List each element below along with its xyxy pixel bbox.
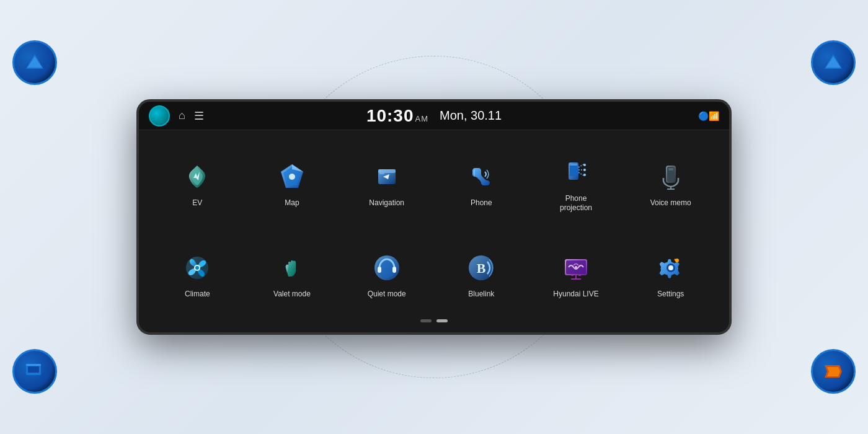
svg-rect-4 (28, 366, 39, 373)
svg-point-20 (583, 169, 586, 171)
map-icon-wrap (274, 160, 310, 193)
voice-memo-label: Voice memo (650, 198, 691, 208)
home-icon[interactable]: ⌂ (179, 109, 185, 122)
climate-icon-wrap (179, 251, 215, 285)
map-icon (276, 161, 308, 193)
svg-point-42 (668, 265, 673, 270)
svg-point-12 (289, 174, 295, 180)
navigation-icon-wrap (369, 160, 405, 193)
svg-point-40 (575, 266, 577, 268)
voice-memo-icon (655, 161, 687, 193)
app-item-valet-mode[interactable]: Valet mode (246, 234, 339, 316)
quiet-mode-icon-wrap (369, 251, 405, 285)
svg-rect-3 (26, 364, 41, 366)
navigation-label: Navigation (369, 198, 404, 208)
page-dot-1[interactable] (420, 319, 432, 322)
quiet-mode-icon (371, 252, 403, 284)
bluelink-icon: B (465, 252, 497, 284)
app-item-phone-projection[interactable]: Phoneprojection (530, 139, 622, 229)
svg-marker-6 (826, 56, 841, 68)
map-label: Map (285, 198, 299, 208)
app-item-bluelink[interactable]: B Bluelink (435, 234, 528, 316)
app-item-climate[interactable]: Climate (151, 234, 244, 316)
quiet-mode-label: Quiet mode (368, 290, 406, 299)
bluetooth-icon: 🔵📶 (698, 111, 719, 121)
time-value: 10:30 (366, 106, 414, 125)
valet-mode-label: Valet mode (273, 290, 311, 299)
svg-rect-33 (392, 267, 396, 273)
climate-icon (181, 252, 213, 284)
phone-projection-icon (560, 156, 592, 188)
corner-icon-bottom-right (811, 349, 856, 394)
phone-icon (465, 161, 497, 193)
app-item-phone[interactable]: Phone (435, 139, 528, 229)
page-dots (151, 316, 717, 327)
svg-rect-24 (668, 168, 673, 170)
app-item-ev[interactable]: EV (151, 139, 244, 229)
time-display: 10:30AM (366, 106, 428, 126)
phone-projection-icon-wrap (558, 156, 594, 189)
ev-icon-wrap (179, 160, 215, 193)
app-item-voice-memo[interactable]: Voice memo (624, 139, 717, 229)
svg-point-29 (195, 266, 199, 270)
corner-icon-top-left (12, 40, 57, 85)
app-item-quiet-mode[interactable]: Quiet mode (340, 234, 433, 316)
svg-point-43 (675, 259, 679, 262)
ev-icon (181, 161, 213, 193)
app-item-hyundai-live[interactable]: Hyundai LIVE (530, 234, 622, 316)
ampm-value: AM (415, 114, 429, 123)
globe-icon[interactable] (149, 105, 170, 126)
valet-mode-icon (276, 252, 308, 284)
bluelink-label: Bluelink (468, 290, 494, 299)
status-bar-right: 🔵📶 (595, 111, 719, 121)
bluelink-icon-wrap: B (463, 251, 499, 285)
svg-point-21 (583, 174, 586, 176)
car-display: ⌂ ☰ 10:30AM Mon, 30.11 🔵📶 (136, 99, 732, 335)
svg-point-19 (583, 164, 586, 166)
phone-icon-wrap (463, 160, 499, 193)
svg-rect-14 (378, 169, 396, 173)
phone-label: Phone (471, 198, 492, 208)
settings-icon (655, 252, 687, 284)
date-value: Mon, 30.11 (440, 108, 502, 123)
corner-icon-bottom-left (12, 349, 57, 394)
svg-text:B: B (477, 260, 486, 276)
app-item-navigation[interactable]: Navigation (340, 139, 433, 229)
page-dot-2[interactable] (436, 319, 448, 322)
valet-mode-icon-wrap (274, 251, 310, 285)
app-area: EV Map (139, 130, 729, 332)
ev-label: EV (192, 198, 202, 208)
status-bar-center: 10:30AM Mon, 30.11 (273, 106, 595, 126)
phone-projection-label: Phoneprojection (560, 194, 592, 213)
status-bar-left: ⌂ ☰ (149, 105, 273, 126)
app-grid: EV Map (151, 139, 717, 316)
climate-label: Climate (185, 290, 210, 299)
status-bar: ⌂ ☰ 10:30AM Mon, 30.11 🔵📶 (139, 102, 729, 130)
app-item-map[interactable]: Map (246, 139, 339, 229)
svg-marker-8 (827, 367, 840, 376)
svg-rect-15 (379, 173, 384, 174)
svg-marker-1 (27, 56, 42, 68)
settings-icon-wrap (653, 251, 689, 285)
app-item-settings[interactable]: Settings (624, 234, 717, 316)
corner-icon-top-right (811, 40, 856, 85)
hyundai-live-icon-wrap (558, 251, 594, 285)
navigation-icon (371, 161, 403, 193)
hyundai-live-label: Hyundai LIVE (553, 290, 598, 299)
svg-rect-32 (378, 267, 381, 273)
svg-rect-18 (570, 164, 577, 166)
settings-label: Settings (657, 290, 684, 299)
menu-icon[interactable]: ☰ (194, 109, 203, 123)
hyundai-live-icon (560, 252, 592, 284)
voice-memo-icon-wrap (653, 160, 689, 193)
